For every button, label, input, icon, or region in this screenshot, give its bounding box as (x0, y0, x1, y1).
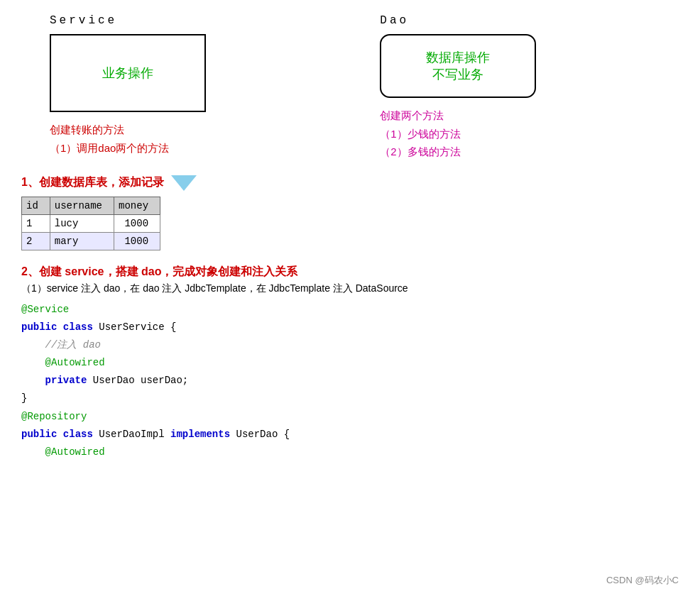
section-1: 1、创建数据库表，添加记录 id username money 1lucy100… (21, 175, 679, 250)
section1-heading: 1、创建数据库表，添加记录 (21, 175, 679, 191)
section2-heading: 2、创建 service，搭建 dao，完成对象创建和注入关系 (21, 265, 679, 280)
col-money: money (114, 197, 160, 214)
code-line: @Service (21, 301, 679, 319)
triangle-decoration (171, 175, 197, 191)
col-username: username (50, 197, 114, 214)
dao-title: Dao (380, 14, 409, 27)
code-line: private UserDao userDao; (21, 372, 679, 390)
table-row: 1lucy1000 (22, 214, 160, 232)
table-row: 2mary1000 (22, 232, 160, 250)
table-cell: 2 (22, 232, 50, 250)
service-title: Service (50, 14, 117, 27)
code-line: @Autowired (21, 443, 679, 461)
dao-annotation-line3: （2）多钱的方法 (380, 143, 460, 161)
dao-annotation: 创建两个方法 （1）少钱的方法 （2）多钱的方法 (380, 106, 460, 161)
table-cell: 1000 (114, 214, 160, 232)
db-table: id username money 1lucy10002mary1000 (21, 197, 160, 250)
service-box-text: 业务操作 (102, 65, 153, 82)
service-box: 业务操作 (50, 34, 206, 112)
code-block: @Servicepublic class UserService { //注入 … (21, 301, 679, 462)
dao-annotation-line1: 创建两个方法 (380, 106, 460, 125)
col-id: id (22, 197, 50, 214)
table-cell: lucy (50, 214, 114, 232)
code-line: @Autowired (21, 354, 679, 372)
code-line: public class UserService { (21, 319, 679, 336)
section2-sub: （1）service 注入 dao，在 dao 注入 JdbcTemplate，… (21, 282, 679, 295)
code-line: //注入 dao (21, 336, 679, 354)
service-annotation: 创建转账的方法 （1）调用dao两个的方法 (50, 121, 169, 157)
service-annotation-line1: 创建转账的方法 (50, 121, 169, 139)
watermark: CSDN @码农小C (606, 574, 679, 587)
service-diagram: Service 业务操作 创建转账的方法 （1）调用dao两个的方法 (50, 14, 320, 161)
table-cell: mary (50, 232, 114, 250)
table-cell: 1 (22, 214, 50, 232)
dao-box-line1: 数据库操作 (426, 49, 490, 66)
service-annotation-line2: （1）调用dao两个的方法 (50, 139, 169, 158)
code-line: public class UserDaoImpl implements User… (21, 426, 679, 443)
code-line: } (21, 390, 679, 407)
diagram-section: Service 业务操作 创建转账的方法 （1）调用dao两个的方法 Dao 数… (21, 14, 679, 161)
dao-box: 数据库操作 不写业务 (380, 34, 536, 98)
dao-annotation-line2: （1）少钱的方法 (380, 125, 460, 143)
section-2: 2、创建 service，搭建 dao，完成对象创建和注入关系 （1）servi… (21, 265, 679, 462)
dao-diagram: Dao 数据库操作 不写业务 创建两个方法 （1）少钱的方法 （2）多钱的方法 (380, 14, 650, 161)
table-cell: 1000 (114, 232, 160, 250)
code-line: @Repository (21, 408, 679, 426)
dao-box-line2: 不写业务 (432, 66, 483, 83)
